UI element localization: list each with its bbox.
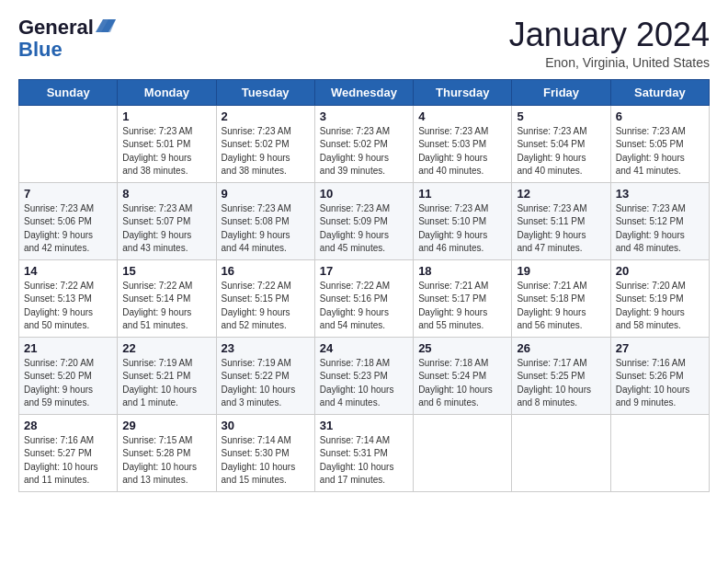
- header-row: SundayMondayTuesdayWednesdayThursdayFrid…: [19, 79, 710, 105]
- day-number: 30: [222, 419, 310, 432]
- day-number: 24: [320, 341, 408, 355]
- day-number: 25: [418, 341, 506, 355]
- day-info: Sunrise: 7:22 AMSunset: 5:14 PMDaylight:…: [122, 280, 210, 333]
- day-info: Sunrise: 7:23 AMSunset: 5:07 PMDaylight:…: [122, 202, 210, 256]
- day-cell: 18Sunrise: 7:21 AMSunset: 5:17 PMDayligh…: [414, 259, 512, 337]
- day-cell: 21Sunrise: 7:20 AMSunset: 5:20 PMDayligh…: [19, 337, 118, 414]
- day-info: Sunrise: 7:16 AMSunset: 5:27 PMDaylight:…: [24, 434, 112, 488]
- logo-blue: Blue: [18, 39, 63, 61]
- day-cell: 10Sunrise: 7:23 AMSunset: 5:09 PMDayligh…: [314, 182, 413, 259]
- day-info: Sunrise: 7:18 AMSunset: 5:24 PMDaylight:…: [418, 357, 506, 410]
- location-text: Enon, Virginia, United States: [509, 55, 710, 70]
- day-info: Sunrise: 7:23 AMSunset: 5:12 PMDaylight:…: [616, 202, 704, 256]
- day-info: Sunrise: 7:23 AMSunset: 5:11 PMDaylight:…: [517, 202, 605, 256]
- week-row-2: 7Sunrise: 7:23 AMSunset: 5:06 PMDaylight…: [19, 182, 710, 259]
- calendar-page: General Blue January 2024 Enon, Virginia…: [0, 0, 728, 563]
- day-cell: [19, 105, 118, 182]
- column-header-friday: Friday: [512, 79, 610, 105]
- day-number: 5: [517, 109, 605, 123]
- day-cell: 13Sunrise: 7:23 AMSunset: 5:12 PMDayligh…: [610, 182, 709, 259]
- day-info: Sunrise: 7:15 AMSunset: 5:28 PMDaylight:…: [122, 434, 210, 488]
- day-cell: 1Sunrise: 7:23 AMSunset: 5:01 PMDaylight…: [118, 105, 216, 182]
- day-number: 7: [24, 187, 112, 201]
- day-cell: 7Sunrise: 7:23 AMSunset: 5:06 PMDaylight…: [19, 182, 118, 259]
- title-block: January 2024 Enon, Virginia, United Stat…: [509, 17, 710, 70]
- day-number: 16: [222, 264, 310, 278]
- day-cell: 8Sunrise: 7:23 AMSunset: 5:07 PMDaylight…: [118, 182, 216, 259]
- day-cell: 28Sunrise: 7:16 AMSunset: 5:27 PMDayligh…: [19, 414, 118, 491]
- day-number: 28: [24, 419, 112, 432]
- day-cell: 2Sunrise: 7:23 AMSunset: 5:02 PMDaylight…: [216, 105, 314, 182]
- logo-icon: [96, 19, 116, 34]
- day-cell: 24Sunrise: 7:18 AMSunset: 5:23 PMDayligh…: [314, 337, 413, 414]
- day-cell: 26Sunrise: 7:17 AMSunset: 5:25 PMDayligh…: [512, 337, 610, 414]
- day-number: 15: [122, 264, 210, 278]
- day-number: 4: [418, 109, 506, 123]
- day-cell: [512, 414, 610, 491]
- week-row-3: 14Sunrise: 7:22 AMSunset: 5:13 PMDayligh…: [19, 259, 710, 337]
- header: General Blue January 2024 Enon, Virginia…: [18, 17, 710, 70]
- column-header-monday: Monday: [118, 79, 216, 105]
- day-info: Sunrise: 7:14 AMSunset: 5:30 PMDaylight:…: [222, 434, 310, 488]
- day-info: Sunrise: 7:21 AMSunset: 5:18 PMDaylight:…: [517, 280, 605, 333]
- day-info: Sunrise: 7:14 AMSunset: 5:31 PMDaylight:…: [320, 434, 408, 488]
- day-info: Sunrise: 7:23 AMSunset: 5:06 PMDaylight:…: [24, 202, 112, 256]
- day-cell: 11Sunrise: 7:23 AMSunset: 5:10 PMDayligh…: [414, 182, 512, 259]
- month-title: January 2024: [509, 17, 710, 53]
- day-number: 31: [320, 419, 408, 432]
- day-number: 12: [517, 187, 605, 201]
- day-cell: 25Sunrise: 7:18 AMSunset: 5:24 PMDayligh…: [414, 337, 512, 414]
- day-cell: 31Sunrise: 7:14 AMSunset: 5:31 PMDayligh…: [314, 414, 413, 491]
- day-number: 27: [616, 341, 704, 355]
- day-info: Sunrise: 7:18 AMSunset: 5:23 PMDaylight:…: [320, 357, 408, 410]
- day-cell: 15Sunrise: 7:22 AMSunset: 5:14 PMDayligh…: [118, 259, 216, 337]
- day-number: 11: [418, 187, 506, 201]
- logo-general: General: [18, 17, 94, 39]
- day-cell: 6Sunrise: 7:23 AMSunset: 5:05 PMDaylight…: [610, 105, 709, 182]
- day-number: 8: [122, 187, 210, 201]
- day-number: 2: [222, 109, 310, 123]
- day-number: 13: [616, 187, 704, 201]
- week-row-5: 28Sunrise: 7:16 AMSunset: 5:27 PMDayligh…: [19, 414, 710, 491]
- day-number: 17: [320, 264, 408, 278]
- day-number: 19: [517, 264, 605, 278]
- day-number: 26: [517, 341, 605, 355]
- day-number: 18: [418, 264, 506, 278]
- day-info: Sunrise: 7:22 AMSunset: 5:16 PMDaylight:…: [320, 280, 408, 333]
- day-cell: 4Sunrise: 7:23 AMSunset: 5:03 PMDaylight…: [414, 105, 512, 182]
- day-info: Sunrise: 7:23 AMSunset: 5:01 PMDaylight:…: [122, 125, 210, 178]
- day-info: Sunrise: 7:16 AMSunset: 5:26 PMDaylight:…: [616, 357, 704, 410]
- logo: General Blue: [18, 17, 116, 61]
- day-info: Sunrise: 7:17 AMSunset: 5:25 PMDaylight:…: [517, 357, 605, 410]
- day-cell: 17Sunrise: 7:22 AMSunset: 5:16 PMDayligh…: [314, 259, 413, 337]
- day-info: Sunrise: 7:20 AMSunset: 5:20 PMDaylight:…: [24, 357, 112, 410]
- week-row-1: 1Sunrise: 7:23 AMSunset: 5:01 PMDaylight…: [19, 105, 710, 182]
- day-info: Sunrise: 7:19 AMSunset: 5:21 PMDaylight:…: [122, 357, 210, 410]
- day-info: Sunrise: 7:19 AMSunset: 5:22 PMDaylight:…: [222, 357, 310, 410]
- day-info: Sunrise: 7:23 AMSunset: 5:03 PMDaylight:…: [418, 125, 506, 178]
- day-cell: 27Sunrise: 7:16 AMSunset: 5:26 PMDayligh…: [610, 337, 709, 414]
- column-header-sunday: Sunday: [19, 79, 118, 105]
- day-cell: 23Sunrise: 7:19 AMSunset: 5:22 PMDayligh…: [216, 337, 314, 414]
- day-number: 14: [24, 264, 112, 278]
- column-header-wednesday: Wednesday: [314, 79, 413, 105]
- column-header-tuesday: Tuesday: [216, 79, 314, 105]
- day-number: 20: [616, 264, 704, 278]
- day-number: 1: [122, 109, 210, 123]
- day-number: 9: [222, 187, 310, 201]
- day-cell: 9Sunrise: 7:23 AMSunset: 5:08 PMDaylight…: [216, 182, 314, 259]
- day-number: 6: [616, 109, 704, 123]
- day-cell: 30Sunrise: 7:14 AMSunset: 5:30 PMDayligh…: [216, 414, 314, 491]
- day-number: 23: [222, 341, 310, 355]
- column-header-thursday: Thursday: [414, 79, 512, 105]
- day-info: Sunrise: 7:20 AMSunset: 5:19 PMDaylight:…: [616, 280, 704, 333]
- day-cell: 5Sunrise: 7:23 AMSunset: 5:04 PMDaylight…: [512, 105, 610, 182]
- day-info: Sunrise: 7:23 AMSunset: 5:05 PMDaylight:…: [616, 125, 704, 178]
- day-cell: 20Sunrise: 7:20 AMSunset: 5:19 PMDayligh…: [610, 259, 709, 337]
- day-cell: 29Sunrise: 7:15 AMSunset: 5:28 PMDayligh…: [118, 414, 216, 491]
- day-cell: 12Sunrise: 7:23 AMSunset: 5:11 PMDayligh…: [512, 182, 610, 259]
- day-number: 22: [122, 341, 210, 355]
- day-number: 21: [24, 341, 112, 355]
- day-number: 10: [320, 187, 408, 201]
- day-info: Sunrise: 7:23 AMSunset: 5:10 PMDaylight:…: [418, 202, 506, 256]
